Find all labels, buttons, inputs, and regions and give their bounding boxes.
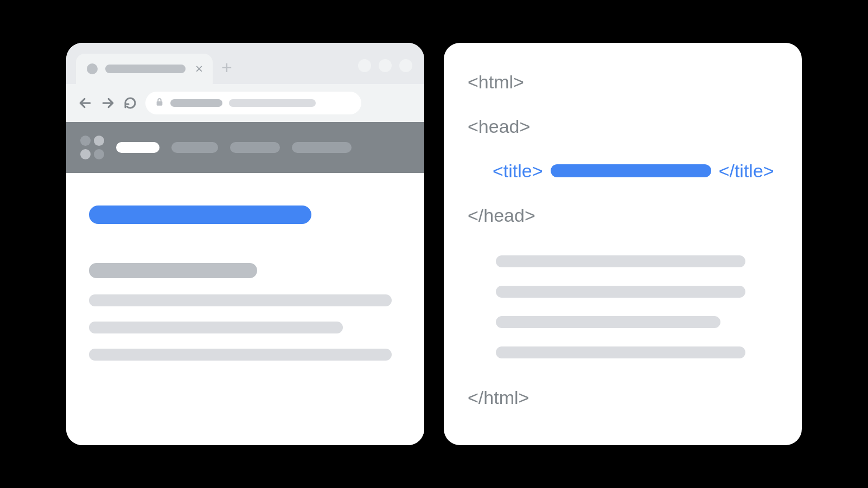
body-line-placeholder bbox=[89, 349, 392, 361]
html-code-panel: <html> <head> <title> </title> </head> <… bbox=[444, 43, 802, 445]
page-content bbox=[66, 173, 424, 445]
code-line-placeholder bbox=[496, 316, 720, 328]
forward-icon[interactable] bbox=[101, 96, 115, 110]
code-body-placeholder-group bbox=[468, 255, 776, 358]
url-path-placeholder bbox=[229, 99, 316, 107]
code-tag-html-open: <html> bbox=[468, 71, 776, 93]
nav-item[interactable] bbox=[292, 142, 352, 153]
body-line-placeholder bbox=[89, 322, 343, 333]
page-subheading-placeholder bbox=[89, 263, 257, 278]
site-nav-bar bbox=[66, 122, 424, 173]
browser-window: × + bbox=[66, 43, 424, 445]
url-domain-placeholder bbox=[170, 99, 222, 107]
tab-strip: × + bbox=[66, 43, 424, 84]
code-tag-title-close: </title> bbox=[719, 162, 774, 180]
window-control-dot[interactable] bbox=[358, 59, 371, 72]
body-line-placeholder bbox=[89, 294, 392, 306]
window-control-dot[interactable] bbox=[379, 59, 392, 72]
code-tag-head-open: <head> bbox=[468, 115, 776, 137]
code-tag-head-close: </head> bbox=[468, 204, 776, 226]
address-bar[interactable] bbox=[145, 92, 361, 114]
nav-item[interactable] bbox=[171, 142, 218, 153]
close-icon[interactable]: × bbox=[195, 62, 203, 75]
code-tag-html-close: </html> bbox=[468, 387, 776, 408]
code-line-placeholder bbox=[496, 286, 745, 298]
code-line-placeholder bbox=[496, 255, 745, 267]
title-content-placeholder bbox=[551, 164, 711, 177]
svg-rect-2 bbox=[157, 101, 163, 106]
reload-icon[interactable] bbox=[124, 97, 137, 110]
new-tab-icon[interactable]: + bbox=[221, 58, 232, 76]
browser-tab[interactable]: × bbox=[76, 54, 213, 84]
lock-icon bbox=[155, 97, 164, 109]
window-controls bbox=[358, 59, 412, 72]
site-logo-icon[interactable] bbox=[80, 136, 104, 159]
code-tag-title-open: <title> bbox=[493, 162, 543, 180]
tab-title-placeholder bbox=[105, 65, 186, 73]
nav-item-active[interactable] bbox=[116, 142, 159, 153]
window-control-dot[interactable] bbox=[399, 59, 412, 72]
code-line-placeholder bbox=[496, 346, 745, 358]
page-title-placeholder bbox=[89, 206, 311, 224]
favicon-icon bbox=[87, 63, 98, 74]
browser-toolbar bbox=[66, 84, 424, 122]
code-title-line: <title> </title> bbox=[468, 160, 776, 182]
nav-item[interactable] bbox=[230, 142, 280, 153]
back-icon[interactable] bbox=[78, 96, 92, 110]
